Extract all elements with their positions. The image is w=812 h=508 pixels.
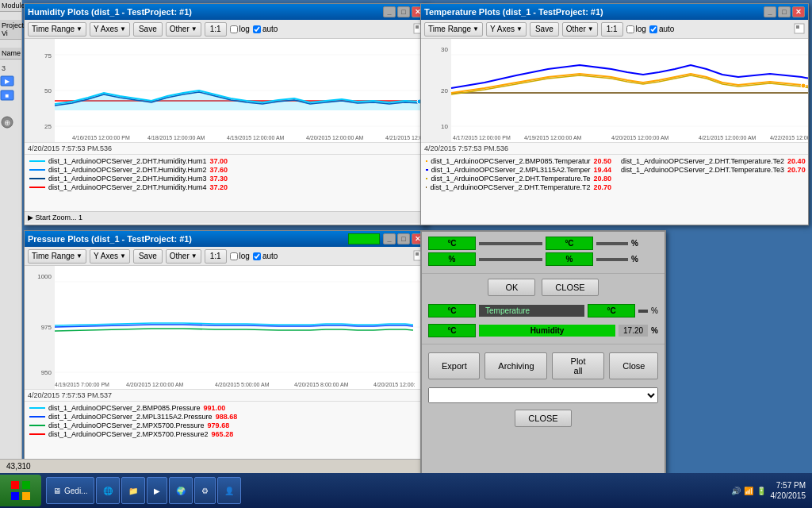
humidity-unit: °C — [428, 324, 476, 337]
taskbar-item-ie[interactable]: 🌐 — [96, 477, 120, 504]
temperature-minimize-btn[interactable]: _ — [764, 6, 776, 17]
temp-color-4 — [426, 187, 427, 188]
taskbar-item-chrome[interactable]: 🌍 — [169, 477, 193, 504]
temperature-window-controls[interactable]: _ □ ✕ — [764, 6, 805, 17]
humidity-plot-area: 75 50 25 4/16/2015 12:00:00 PM 4/18/2015… — [25, 39, 427, 142]
tray-icon-1: 🔊 — [731, 487, 741, 495]
plot-all-button[interactable]: Plot all — [552, 352, 605, 379]
control-panel-header: °C °C % % % % — [422, 232, 665, 274]
temperature-other-dropdown[interactable]: Other▼ — [562, 22, 598, 37]
pressure-save-btn[interactable]: Save — [133, 249, 163, 264]
pressure-minimize-btn[interactable]: _ — [383, 233, 396, 244]
temperature-auto-check[interactable]: auto — [649, 25, 674, 33]
close-top-button[interactable]: CLOSE — [542, 279, 598, 296]
taskbar-items: 🖥 Gedi... 🌐 📁 ▶ 🌍 ⚙ 👤 — [44, 473, 725, 508]
svg-rect-56 — [22, 492, 30, 500]
taskbar-item-gedi[interactable]: 🖥 Gedi... — [46, 477, 94, 504]
export-button[interactable]: Export — [428, 352, 480, 379]
humidity-start-zoom[interactable]: ▶ Start Zoom... 1 — [25, 211, 427, 223]
taskbar-item-media[interactable]: ▶ — [147, 477, 167, 504]
temp-unit: °C — [428, 304, 476, 318]
pressure-label-2: dist_1_ArduinoOPCServer_2.MPL3115A2.Pres… — [48, 413, 213, 421]
temperature-plot-area: 30 20 10 4/17/2015 12:00:00 PM 4/19/2015… — [421, 39, 808, 142]
svg-text:4/20/2015 12:00:00 AM: 4/20/2015 12:00:00 AM — [611, 135, 669, 140]
humidity-other-dropdown[interactable]: Other▼ — [166, 22, 201, 37]
humidity-label: Humidity — [479, 325, 615, 337]
sidebar-icon2[interactable]: ■ — [0, 90, 21, 102]
svg-text:4/20/2015 12:00:00 AM: 4/20/2015 12:00:00 AM — [306, 135, 364, 140]
close-bottom-button[interactable]: CLOSE — [515, 410, 571, 427]
start-button[interactable] — [0, 475, 41, 506]
temperature-titlebar[interactable]: Temperature Plots (dist_1 - TestProject:… — [421, 4, 808, 20]
taskbar-app2-icon: 👤 — [224, 487, 234, 495]
pressure-value-3: 979.68 — [208, 421, 230, 429]
svg-text:10: 10 — [441, 123, 448, 130]
taskbar-item-app2[interactable]: 👤 — [217, 477, 241, 504]
svg-text:4/20/2015 12:00:00 AM: 4/20/2015 12:00:00 AM — [126, 382, 184, 387]
pressure-log-check[interactable]: log — [230, 252, 250, 260]
humidity-value: 17.20 — [619, 325, 648, 337]
close-button[interactable]: Close — [609, 352, 658, 379]
humidity-ratio-btn[interactable]: 1:1 — [205, 22, 227, 37]
pressure-auto-check[interactable]: auto — [253, 252, 278, 260]
humidity-yaxes-dropdown[interactable]: Y Axes▼ — [90, 22, 130, 37]
pressure-window-controls[interactable]: _ □ ✕ — [383, 233, 424, 244]
sidebar-nav-icon[interactable]: ⊕ — [0, 115, 21, 131]
temperature-close-btn[interactable]: ✕ — [792, 6, 805, 17]
humidity-save-btn[interactable]: Save — [133, 22, 163, 37]
temperature-timestamp: 4/20/2015 7:57:53 PM.536 — [421, 142, 808, 154]
temperature-legend-item-3: dist_1_ArduinoOPCServer_2.DHT.Temperatur… — [426, 175, 611, 183]
temperature-timerange-dropdown[interactable]: Time Range▼ — [424, 22, 483, 37]
humidity-titlebar[interactable]: Humidity Plots (dist_1 - TestProject: #1… — [25, 4, 427, 20]
ok-button[interactable]: OK — [488, 279, 535, 296]
pressure-other-dropdown[interactable]: Other▼ — [166, 249, 201, 264]
archiving-button[interactable]: Archiving — [485, 352, 547, 379]
pressure-maximize-btn[interactable]: □ — [397, 233, 410, 244]
humidity-value-3: 37.30 — [209, 175, 228, 183]
humidity-title: Humidity Plots (dist_1 - TestProject: #1… — [28, 7, 383, 17]
humidity-label-4: dist_1_ArduinoOPCServer_2.DHT.Humidity.H… — [48, 183, 206, 191]
control-row-2: % % % — [428, 252, 658, 266]
humidity-value-1: 37.00 — [209, 157, 228, 165]
temperature-log-check[interactable]: log — [626, 25, 646, 33]
humidity-timestamp: 4/20/2015 7:57:53 PM.536 — [25, 142, 427, 154]
tray-icon-3: 🔋 — [756, 487, 766, 495]
temp-label-5: dist_1_ArduinoOPCServer_2.DHT.Temperatur… — [621, 157, 784, 165]
humidity-minimize-btn[interactable]: _ — [383, 6, 396, 17]
humidity-maximize-btn[interactable]: □ — [397, 6, 410, 17]
humidity-legend: dist_1_ArduinoOPCServer_2.DHT.Humidity.H… — [25, 154, 427, 211]
svg-text:⊕: ⊕ — [4, 118, 10, 127]
close-bottom-row: CLOSE — [422, 406, 665, 430]
pressure-timerange-dropdown[interactable]: Time Range▼ — [28, 249, 86, 264]
humidity-auto-check[interactable]: auto — [253, 25, 278, 33]
sidebar-icon1[interactable]: ▶ — [0, 75, 21, 88]
pressure-titlebar[interactable]: Pressure Plots (dist_1 - TestProject: #1… — [25, 231, 427, 247]
pressure-color-2 — [29, 416, 45, 418]
temperature-save-btn[interactable]: Save — [530, 22, 559, 37]
pressure-ratio-btn[interactable]: 1:1 — [205, 249, 227, 264]
taskbar: 🖥 Gedi... 🌐 📁 ▶ 🌍 ⚙ 👤 🔊 📶 🔋 7:57 PM — [0, 473, 812, 508]
temp-dark-label: Temperature — [479, 305, 584, 317]
humidity-window-controls[interactable]: _ □ ✕ — [383, 6, 424, 17]
taskbar-item-app1[interactable]: ⚙ — [194, 477, 216, 504]
ok-close-row: OK CLOSE — [422, 274, 665, 301]
humidity-log-check[interactable]: log — [230, 25, 250, 33]
humidity-timerange-dropdown[interactable]: Time Range▼ — [28, 22, 86, 37]
temperature-zoom-icon[interactable] — [794, 23, 805, 36]
taskbar-item-explorer[interactable]: 📁 — [121, 477, 145, 504]
temperature-maximize-btn[interactable]: □ — [778, 6, 791, 17]
pressure-yaxes-dropdown[interactable]: Y Axes▼ — [90, 249, 130, 264]
pressure-legend-item-3: dist_1_ArduinoOPCServer_2.MPX5700.Pressu… — [29, 421, 423, 429]
temperature-yaxes-dropdown[interactable]: Y Axes▼ — [486, 22, 527, 37]
svg-text:4/19/2015 12:00:00 AM: 4/19/2015 12:00:00 AM — [524, 135, 582, 140]
humidity-label-1: dist_1_ArduinoOPCServer_2.DHT.Humidity.H… — [48, 157, 206, 165]
plot-selector-row — [422, 384, 665, 406]
temperature-ratio-btn[interactable]: 1:1 — [601, 22, 623, 37]
dark-value-2 — [479, 258, 542, 261]
pressure-legend-item-1: dist_1_ArduinoOPCServer_2.BMP085.Pressur… — [29, 404, 423, 412]
temperature-legend-right: dist_1_ArduinoOPCServer_2.DHT.Temperatur… — [618, 157, 803, 221]
plot-selector-dropdown[interactable] — [428, 387, 658, 403]
pressure-label-1: dist_1_ArduinoOPCServer_2.BMP085.Pressur… — [48, 404, 201, 412]
pressure-value-2: 988.68 — [216, 413, 238, 421]
desktop-status-bar: 43,310 — [0, 459, 420, 473]
